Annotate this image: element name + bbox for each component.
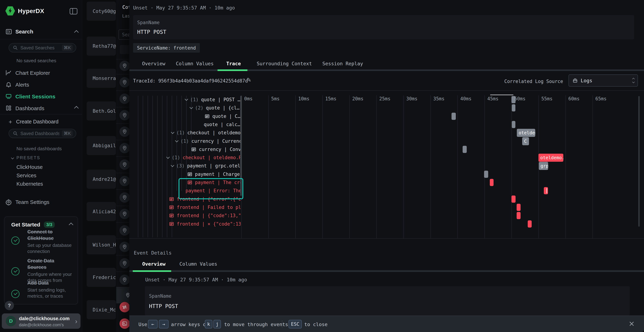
- trace-row[interactable]: (1)checkout | oteldemo.…: [172, 128, 240, 137]
- create-dashboard-button[interactable]: + Create Dashboard: [8, 119, 58, 125]
- saved-searches-input[interactable]: Saved Searches ⌘K: [8, 43, 76, 52]
- location-pin-icon[interactable]: [120, 77, 129, 88]
- trace-row[interactable]: frontend | {"code":13,"det…: [169, 212, 240, 220]
- location-pin-icon[interactable]: [120, 258, 129, 268]
- app-logo[interactable]: HyperDX: [5, 6, 44, 16]
- trace-row[interactable]: frontend | × {"code":13,"d…: [169, 220, 240, 228]
- span-bar[interactable]: [462, 146, 467, 153]
- span-bar[interactable]: [517, 212, 521, 219]
- sidebar-item-dashboards[interactable]: Dashboards: [5, 105, 44, 112]
- span-bar[interactable]: [484, 171, 488, 178]
- session-card[interactable]: Abbigail: [86, 136, 116, 155]
- tab-underline-track: [129, 70, 644, 71]
- service-name-chip[interactable]: ServiceName: frontend: [133, 43, 200, 52]
- waterfall-scrollbar[interactable]: [638, 96, 640, 227]
- presets-toggle[interactable]: PRESETS: [12, 155, 40, 160]
- span-bar[interactable]: [512, 104, 516, 112]
- time-brush-indicator[interactable]: [490, 95, 514, 95]
- session-card[interactable]: Alicia42: [86, 202, 116, 221]
- chevron-down-icon[interactable]: [184, 97, 188, 101]
- session-card[interactable]: Coty60@g: [86, 2, 116, 21]
- span-bar[interactable]: [490, 179, 494, 186]
- user-account-chip[interactable]: D dale@clickhouse.com dale@clickhouse.co…: [2, 314, 80, 329]
- span-bar[interactable]: [512, 196, 516, 203]
- location-pin-icon[interactable]: [120, 209, 129, 219]
- session-card[interactable]: Frederic: [86, 268, 116, 287]
- session-detail-search-input[interactable]: Sea: [118, 30, 129, 40]
- span-bar[interactable]: oteldemo.: [538, 154, 563, 162]
- location-pin-icon[interactable]: [120, 126, 129, 137]
- sidebar-item-chart-explorer[interactable]: Chart Explorer: [5, 70, 50, 76]
- trace-row[interactable]: (1)quote | POST …: [185, 96, 240, 104]
- saved-dashboards-input[interactable]: Saved Dashboards ⌘K: [8, 129, 76, 138]
- search-collapse-chevron-icon[interactable]: [74, 30, 78, 34]
- get-started-item[interactable]: Create Data SourcesConfigure where your …: [11, 258, 74, 283]
- location-pin-icon[interactable]: [120, 94, 129, 104]
- dashboards-collapse-chevron-icon[interactable]: [74, 106, 78, 110]
- trace-row[interactable]: quote | C…: [204, 112, 240, 120]
- trace-row[interactable]: (3)payment | grpc.oteld…: [171, 162, 240, 170]
- sidebar-collapse-icon[interactable]: [70, 8, 78, 16]
- search-section-header[interactable]: Search: [5, 28, 33, 35]
- get-started-item[interactable]: Connect to ClickHouseSet up your databas…: [11, 228, 74, 254]
- close-icon[interactable]: [628, 320, 635, 328]
- span-bar[interactable]: oteldem: [517, 129, 535, 137]
- span-bar[interactable]: [512, 121, 516, 128]
- sidebar-item-services[interactable]: Services: [16, 172, 36, 178]
- session-card[interactable]: Monserra: [86, 69, 116, 88]
- trace-row[interactable]: frontend | Failed to place…: [169, 203, 240, 212]
- session-detail-button[interactable]: [120, 45, 129, 54]
- tab-trace[interactable]: Trace: [226, 61, 241, 66]
- location-pin-icon[interactable]: [120, 225, 129, 236]
- event-details-tab-column-values[interactable]: Column Values: [180, 261, 217, 267]
- trace-row[interactable]: payment | Charge …: [187, 170, 240, 178]
- span-bar[interactable]: [452, 113, 456, 120]
- span-bar-label: C: [522, 139, 527, 144]
- sidebar-item-clickhouse[interactable]: ClickHouse: [16, 164, 43, 170]
- chevron-down-icon[interactable]: [166, 155, 170, 159]
- trace-row[interactable]: currency | Conv…: [191, 145, 240, 154]
- location-pin-icon[interactable]: [120, 61, 129, 71]
- trace-row[interactable]: (2)quote | {cl…: [190, 104, 240, 112]
- help-button[interactable]: ?: [5, 301, 14, 310]
- tab-column-values[interactable]: Column Values: [176, 61, 214, 66]
- edit-pencil-icon[interactable]: ✎: [246, 76, 251, 83]
- span-bar[interactable]: [528, 220, 532, 228]
- span-bar[interactable]: [517, 204, 521, 211]
- trace-row[interactable]: (1)currency | Currenc…: [176, 137, 240, 145]
- chevron-down-icon[interactable]: [175, 139, 178, 142]
- span-bar[interactable]: grp: [539, 162, 548, 170]
- location-pin-icon[interactable]: [120, 143, 129, 153]
- log-source-select[interactable]: Logs: [568, 74, 638, 86]
- span-bar[interactable]: [544, 187, 548, 194]
- sidebar-item-client-sessions[interactable]: Client Sessions: [5, 93, 55, 100]
- get-started-collapse-chevron-icon[interactable]: [69, 222, 73, 227]
- trace-row[interactable]: quote | calc…: [204, 120, 240, 128]
- session-card[interactable]: Retha77@: [86, 36, 116, 56]
- sidebar-item-kubernetes[interactable]: Kubernetes: [16, 181, 43, 187]
- location-pin-icon[interactable]: [120, 110, 129, 120]
- span-bar[interactable]: C: [522, 137, 529, 145]
- location-pin-icon[interactable]: [120, 274, 129, 285]
- navigation-event-icon[interactable]: [120, 302, 129, 312]
- trace-row[interactable]: (1)checkout | oteldemo.Pa…: [167, 154, 240, 162]
- location-pin-icon[interactable]: [120, 176, 129, 186]
- console-event-icon[interactable]: [120, 318, 129, 329]
- event-details-tab-overview[interactable]: Overview: [142, 261, 166, 267]
- session-card[interactable]: Wilson_H: [86, 235, 116, 254]
- chevron-down-icon[interactable]: [190, 106, 193, 109]
- sidebar-item-team-settings[interactable]: Team Settings: [5, 199, 49, 205]
- chevron-down-icon[interactable]: [171, 164, 174, 167]
- tab-session-replay[interactable]: Session Replay: [322, 61, 363, 66]
- session-card[interactable]: Andre21@: [86, 170, 116, 189]
- location-pin-icon[interactable]: [120, 242, 129, 252]
- location-pin-icon[interactable]: [120, 192, 129, 203]
- session-card[interactable]: Beth.Gol: [86, 102, 116, 120]
- tab-overview[interactable]: Overview: [142, 61, 165, 66]
- get-started-item[interactable]: Add DataStart sending logs, metrics, or …: [11, 280, 74, 299]
- sidebar-item-alerts[interactable]: Alerts: [5, 81, 29, 88]
- location-pin-icon[interactable]: [120, 160, 129, 170]
- tab-surrounding-context[interactable]: Surrounding Context: [257, 61, 312, 66]
- session-card[interactable]: Dixie_Mc: [86, 300, 116, 319]
- chevron-down-icon[interactable]: [171, 130, 174, 134]
